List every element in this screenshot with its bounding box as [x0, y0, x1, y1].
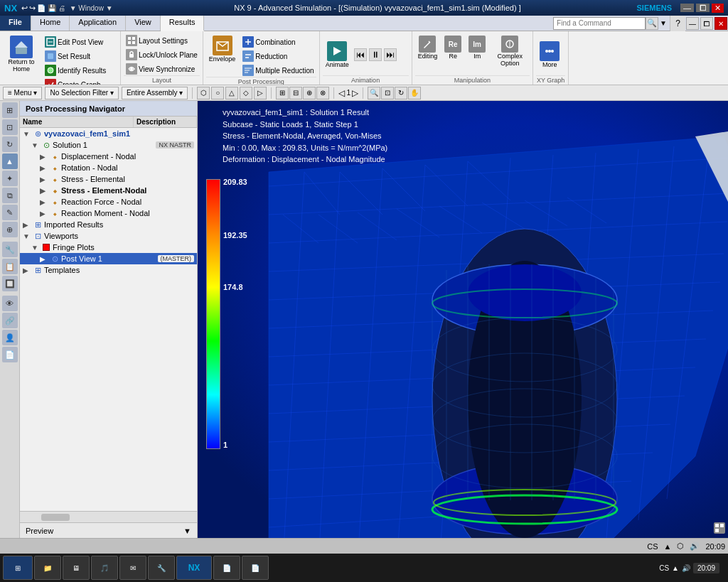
tree-item-stress-elem[interactable]: ▶ ⬥ Stress - Elemental [20, 173, 197, 185]
tree-item-post-view1[interactable]: ▶ ⊙ Post View 1 (MASTER) [20, 253, 197, 264]
snap-btn-5[interactable]: ▷ [254, 87, 267, 99]
side-icon-14[interactable]: 👤 [2, 330, 18, 345]
step-next-btn[interactable]: ▷ [352, 88, 358, 98]
taskbar-btn-8[interactable]: 📄 [213, 556, 240, 580]
tree-item-fringe-plots[interactable]: ▼ Fringe Plots [20, 242, 197, 253]
side-icon-2[interactable]: ⊡ [2, 119, 18, 135]
snap-btn-1[interactable]: ⬡ [197, 87, 210, 99]
help-icon[interactable]: ? [670, 16, 685, 31]
close-btn[interactable]: ✕ [712, 4, 724, 13]
side-icon-5[interactable]: ✦ [2, 171, 18, 186]
view-synchronize-btn[interactable]: View Synchronize [124, 63, 200, 75]
systray-speaker[interactable]: 🔊 [682, 564, 690, 572]
preview-expand-btn[interactable]: ▼ [183, 527, 191, 535]
side-icon-7[interactable]: ✎ [2, 205, 18, 220]
anim-pause-btn[interactable]: ⏸ [369, 48, 382, 61]
taskbar-btn-4[interactable]: 🎵 [91, 556, 118, 580]
identify-results-btn[interactable]: Identify Results [43, 64, 108, 77]
menu-application[interactable]: Application [70, 16, 126, 31]
re-btn[interactable]: Re Re [441, 34, 464, 62]
anim-prev-btn[interactable]: ⏮ [354, 48, 367, 61]
taskbar-btn-9[interactable]: 📄 [242, 556, 269, 580]
snap-btn-3[interactable]: △ [225, 87, 238, 99]
envelope-btn[interactable]: Envelope [206, 34, 239, 65]
side-icon-1[interactable]: ⊞ [2, 102, 18, 118]
more-btn[interactable]: More [536, 40, 563, 70]
create-graph-btn[interactable]: Create Graph [43, 78, 108, 85]
animate-btn[interactable]: Animate [323, 40, 352, 70]
navigator-hscroll[interactable] [20, 511, 197, 522]
tree-item-disp-nodal[interactable]: ▶ ⬥ Displacement - Nodal [20, 151, 197, 162]
assembly-filter-dropdown[interactable]: Entire Assembly ▾ [122, 87, 188, 99]
fit-btn[interactable]: ⊡ [381, 87, 394, 99]
win-close[interactable]: ✕ [714, 17, 727, 30]
redo-btn[interactable]: ↪ [29, 4, 36, 13]
taskbar-btn-3[interactable]: 🖥 [63, 556, 90, 580]
tree-item-rot-nodal[interactable]: ▶ ⬥ Rotation - Nodal [20, 162, 197, 173]
tree-item-reac-moment[interactable]: ▶ ⬥ Reaction Moment - Nodal [20, 208, 197, 219]
tree-item-root-sim[interactable]: ▼ ⊛ vyvazovaci_fem1_sim1 [20, 128, 197, 139]
tree-item-imported-results[interactable]: ▶ ⊞ Imported Results [20, 219, 197, 230]
view-btn-1[interactable]: ⊞ [276, 87, 289, 99]
taskbar-btn-6[interactable]: 🔧 [148, 556, 175, 580]
window-menu[interactable]: ▼ Window ▼ [70, 4, 113, 12]
tree-item-solution1[interactable]: ▼ ⊙ Solution 1 NX NASTR [20, 139, 197, 151]
snap-btn-4[interactable]: ◇ [240, 87, 252, 99]
side-icon-4[interactable]: ▲ [2, 153, 18, 169]
undo-btn1[interactable]: ↩ [21, 4, 28, 13]
side-icon-6[interactable]: ⧉ [2, 188, 18, 203]
command-search-input[interactable] [553, 17, 646, 30]
viewport[interactable]: X Y 00 209.83 192.35 174.8 1 vyvazovaci_… [198, 101, 728, 538]
taskbar-btn-5[interactable]: ✉ [119, 556, 146, 580]
systray-arrow[interactable]: ▲ [672, 564, 679, 572]
view-btn-4[interactable]: ⊗ [316, 87, 329, 99]
combination-btn[interactable]: Combination [240, 36, 316, 48]
win-min[interactable]: — [686, 17, 699, 30]
menu-file[interactable]: File [0, 16, 31, 31]
tree-item-stress-elem-nodal[interactable]: ▶ ⬥ Stress - Element-Nodal [20, 185, 197, 196]
rotate-btn[interactable]: ↻ [395, 87, 407, 99]
tree-item-reac-force[interactable]: ▶ ⬥ Reaction Force - Nodal [20, 196, 197, 208]
taskbar-btn-nx[interactable]: NX [176, 556, 212, 580]
tree-item-templates[interactable]: ▶ ⊞ Templates [20, 264, 197, 276]
search-icon[interactable]: 🔍 [646, 17, 658, 30]
layout-settings-btn[interactable]: Layout Settings [124, 34, 200, 47]
win-max[interactable]: ⧠ [700, 17, 713, 30]
search-options[interactable]: ▼ [660, 19, 667, 27]
side-icon-13[interactable]: 🔗 [2, 313, 18, 328]
side-icon-15[interactable]: 📄 [2, 347, 18, 362]
menu-toggle-btn[interactable]: ≡ Menu ▾ [3, 87, 42, 99]
return-home-btn[interactable]: Return to Home [1, 34, 41, 75]
editing-btn[interactable]: Editing [415, 34, 441, 62]
edit-post-view-btn[interactable]: Edit Post View [43, 36, 108, 48]
menu-view[interactable]: View [126, 16, 161, 31]
set-result-btn[interactable]: Set Result [43, 50, 108, 63]
tree-item-viewports[interactable]: ▼ ⊡ Viewports [20, 230, 197, 242]
lock-unlock-plane-btn[interactable]: Lock/Unlock Plane [124, 48, 200, 61]
complex-option-btn[interactable]: Complex Option [490, 34, 530, 69]
view-btn-2[interactable]: ⊟ [289, 87, 302, 99]
menu-home[interactable]: Home [31, 16, 70, 31]
selection-filter-dropdown[interactable]: No Selection Filter ▾ [45, 87, 118, 99]
side-icon-3[interactable]: ↻ [2, 136, 18, 152]
zoom-btn[interactable]: 🔍 [368, 87, 380, 99]
menu-results[interactable]: Results [161, 16, 205, 31]
multiple-reduction-btn[interactable]: Multiple Reduction [240, 64, 316, 77]
im-btn[interactable]: Im Im [466, 34, 488, 62]
taskbar-btn-2[interactable]: 📁 [34, 556, 61, 580]
side-icon-12[interactable]: 👁 [2, 296, 18, 311]
step-prev-btn[interactable]: ◁ [338, 88, 345, 98]
snap-btn-2[interactable]: ○ [211, 87, 224, 99]
side-icon-8[interactable]: ⊕ [2, 222, 18, 237]
pan-btn[interactable]: ✋ [408, 87, 421, 99]
side-icon-9[interactable]: 🔧 [2, 242, 18, 257]
anim-next-btn[interactable]: ⏭ [384, 48, 397, 61]
start-btn[interactable]: ⊞ [3, 556, 33, 580]
view-btn-3[interactable]: ⊕ [303, 87, 316, 99]
side-icon-10[interactable]: 📋 [2, 259, 18, 274]
view-icon: ⊙ [50, 254, 60, 264]
side-icon-11[interactable]: 🔲 [2, 276, 18, 291]
reduction-btn[interactable]: Reduction [240, 50, 316, 63]
minimize-btn[interactable]: — [680, 4, 694, 12]
restore-btn[interactable]: ⧠ [696, 4, 710, 12]
